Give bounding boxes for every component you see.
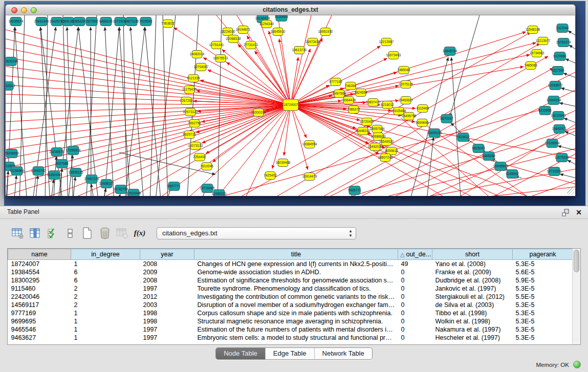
graph-node[interactable]: 9465546 [482,152,495,161]
column-header-title[interactable]: title [194,249,398,260]
graph-node[interactable]: 16645910 [271,28,286,36]
table-cell-year[interactable]: 2008 [140,276,194,285]
graph-node[interactable]: 8679197 [440,115,453,123]
table-cell-out_degree[interactable]: 49 [398,260,432,268]
graph-node[interactable]: 9115460 [417,105,429,113]
column-header-short[interactable]: short [432,249,513,260]
graph-node[interactable]: 9657771 [167,182,181,191]
graph-node[interactable]: 7425402 [264,172,277,180]
table-cell-title[interactable]: Estimation of the future numbers of pati… [194,325,398,334]
table-row[interactable]: 911546021997Tourette syndrome. Phenomeno… [8,285,573,293]
table-cell-in_degree[interactable]: 2 [71,293,140,301]
table-cell-name[interactable]: 14569117 [8,301,71,309]
column-header-out_degree[interactable]: △out_de... [398,249,432,260]
graph-node[interactable]: 9097588 [55,160,69,168]
graph-node[interactable]: 20633190 [6,57,18,66]
graph-node[interactable]: 16039468 [276,159,291,167]
graph-node[interactable]: 16210643 [551,112,566,120]
graph-node[interactable]: 8215955 [538,106,552,115]
graph-edge[interactable] [291,42,536,105]
table-cell-out_degree[interactable]: 0 [398,276,432,285]
graph-node[interactable]: 18724007 [283,99,298,111]
graph-node[interactable]: 22068318 [226,35,241,43]
table-cell-out_degree[interactable]: 0 [398,317,432,325]
graph-node[interactable]: 17663513 [6,82,15,91]
graph-edge[interactable] [565,59,575,63]
table-cell-title[interactable]: Estimation of significance thresholds fo… [194,276,398,285]
graph-node[interactable]: 11451940 [47,171,62,180]
table-cell-pagerank[interactable]: 5.3E-5 [513,260,573,268]
table-cell-name[interactable]: 9699695 [8,317,71,325]
graph-edge[interactable] [6,105,291,195]
graph-node[interactable]: 6497568 [333,90,346,98]
graph-edge[interactable] [89,105,291,196]
network-graph-svg[interactable]: 1403557420691406194257401689130210653287… [6,15,575,196]
graph-node[interactable]: 12213977 [536,37,551,45]
graph-node[interactable]: 9777169 [329,78,342,86]
graph-node[interactable]: 9121339 [187,75,200,82]
column-header-in_degree[interactable]: in_degree [71,249,140,260]
table-source-select[interactable]: citations_edges.txt ▲▼ [157,227,356,239]
graph-node[interactable]: 16914479 [302,173,317,181]
graph-node[interactable]: 11548108 [526,26,540,34]
table-cell-short[interactable]: Dudbridge et al. (2008) [432,276,513,285]
table-settings-icon[interactable] [10,226,26,240]
table-vertical-scrollbar[interactable] [572,249,580,344]
float-panel-icon[interactable] [562,209,570,216]
graph-edge[interactable] [105,27,114,196]
graph-node[interactable]: 746266 [345,82,356,90]
table-cell-out_degree[interactable]: 0 [398,325,432,334]
table-cell-short[interactable]: Hescheler et al. (1997) [432,334,513,342]
table-cell-short[interactable]: Stergiakouli et al. (2012) [432,293,513,301]
table-cell-short[interactable]: Yano et al. (2008) [432,260,513,268]
graph-node[interactable]: 7485083 [524,62,537,70]
table-row[interactable]: 1830029562008Estimation of significance … [8,276,573,285]
graph-edge[interactable] [324,128,575,196]
network-canvas[interactable]: 1403557420691406194257401689130210653287… [6,15,575,196]
table-row[interactable]: 977716911998Corpus callosum shape and si… [8,309,573,317]
table-cell-out_degree[interactable]: 0 [398,285,432,293]
table-cell-short[interactable]: Wolkin et al. (1998) [432,317,513,325]
graph-node[interactable]: 18224030 [221,28,235,36]
graph-edge[interactable] [123,15,127,196]
graph-node[interactable]: 12093872 [548,81,563,90]
table-cell-short[interactable]: de Silva et al. (2003) [432,301,513,309]
graph-node[interactable]: 1112044 [556,24,569,33]
table-cell-in_degree[interactable]: 6 [71,276,140,285]
graph-edge[interactable] [568,160,575,165]
graph-edge[interactable] [119,27,130,196]
function-builder-icon[interactable]: f(x) [132,226,147,240]
table-row[interactable]: 1938455462009Genome-wide association stu… [8,268,573,276]
graph-edge[interactable] [568,31,575,36]
graph-node[interactable]: 17016504 [545,139,560,148]
column-header-pagerank[interactable]: pagerank [513,249,573,260]
select-rows-icon[interactable] [45,226,60,240]
graph-edge[interactable] [560,174,575,178]
graph-node[interactable]: 16848784 [443,47,458,56]
graph-node[interactable]: 7254402 [193,154,206,161]
graph-node[interactable]: 7963822 [161,20,175,28]
graph-node[interactable]: 11646102 [356,127,371,135]
graph-node[interactable]: 13505135 [69,168,83,177]
table-row[interactable]: 2242004622012Investigating the contribut… [8,293,573,301]
graph-node[interactable]: 9815043 [472,144,485,153]
graph-edge[interactable] [291,15,311,105]
graph-node[interactable]: 19463627 [399,97,413,104]
graph-node[interactable]: 10958107 [99,180,114,188]
graph-node[interactable]: 9465771 [348,186,361,195]
table-cell-year[interactable]: 1998 [140,317,194,325]
table-cell-pagerank[interactable]: 5.5E-5 [513,293,573,301]
table-cell-in_degree[interactable]: 6 [71,268,140,276]
table-cell-short[interactable]: Jankovic et al. (1997) [432,285,513,293]
graph-node[interactable]: 12450020 [212,190,227,196]
graph-edge[interactable] [63,15,68,196]
table-row[interactable]: 1872400712008Changes of HCN gene express… [8,260,573,268]
graph-node[interactable]: 12704087 [194,63,209,71]
table-cell-out_degree[interactable]: 0 [398,334,432,342]
graph-node[interactable]: 9699695 [416,119,429,127]
memory-status-indicator[interactable] [573,361,581,368]
table-cell-title[interactable]: Investigating the contribution of common… [194,293,398,301]
table-cell-pagerank[interactable]: 5.6E-5 [513,268,573,276]
tab-network-table[interactable]: Network Table [314,348,372,359]
graph-node[interactable]: 11275430 [182,86,197,94]
